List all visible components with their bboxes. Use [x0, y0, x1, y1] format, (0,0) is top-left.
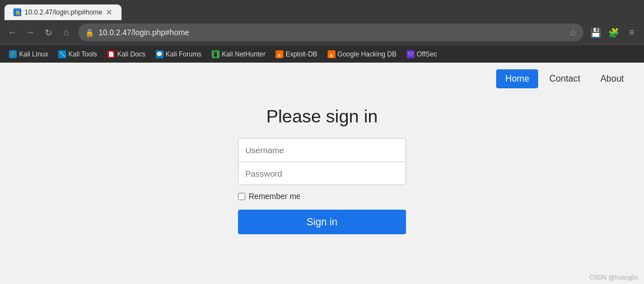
bookmark-label-exploit-db: Exploit-DB	[286, 50, 318, 58]
browser-tab[interactable]: 🔒 10.0.2.47/login.php#home ✕	[4, 4, 122, 20]
login-title: Please sign in	[266, 106, 377, 127]
tab-title: 10.0.2.47/login.php#home	[25, 8, 102, 16]
save-to-pocket-button[interactable]: 💾	[588, 25, 604, 40]
nav-contact-button[interactable]: Contact	[540, 69, 589, 88]
bookmark-favicon-kali-forums: 💬	[156, 50, 164, 58]
bookmark-exploit-db[interactable]: 🔥 Exploit-DB	[271, 48, 322, 60]
bookmark-favicon-kali-nethunter: 📱	[212, 50, 220, 58]
bookmark-kali-forums[interactable]: 💬 Kali Forums	[151, 48, 206, 60]
bookmark-kali-tools[interactable]: 🔧 Kali Tools	[54, 48, 101, 60]
tab-favicon: 🔒	[13, 8, 21, 16]
login-area: Please sign in Remember me Sign in	[0, 106, 644, 234]
bookmark-label-kali-nethunter: Kali NetHunter	[222, 50, 265, 58]
remember-me-row: Remember me	[238, 192, 406, 201]
bookmark-offsec[interactable]: 🛡 OffSec	[402, 48, 441, 60]
bookmark-kali-linux[interactable]: 🐉 Kali Linux	[4, 48, 53, 60]
password-input[interactable]	[238, 162, 406, 185]
nav-home-button[interactable]: Home	[496, 69, 538, 88]
watermark: CSDN @huang0c	[589, 274, 638, 281]
bookmark-favicon-google-hacking-db: 🔥	[328, 50, 335, 58]
bookmark-favicon-kali-docs: 📄	[107, 50, 115, 58]
bookmark-label-google-hacking-db: Google Hacking DB	[338, 50, 396, 58]
bookmark-label-offsec: OffSec	[417, 50, 437, 58]
bookmarks-bar: 🐉 Kali Linux 🔧 Kali Tools 📄 Kali Docs 💬 …	[0, 45, 644, 63]
bookmark-google-hacking-db[interactable]: 🔥 Google Hacking DB	[323, 48, 401, 60]
bookmark-label-kali-forums: Kali Forums	[166, 50, 202, 58]
bookmark-favicon-kali-linux: 🐉	[9, 50, 17, 58]
reload-button[interactable]: ↻	[40, 25, 56, 40]
remember-me-label: Remember me	[249, 192, 301, 201]
browser-chrome: 🔒 10.0.2.47/login.php#home ✕ ← → ↻ ⌂ 🔒 1…	[0, 0, 644, 63]
bookmark-favicon-kali-tools: 🔧	[58, 50, 66, 58]
bookmark-favicon-exploit-db: 🔥	[276, 50, 283, 58]
home-button[interactable]: ⌂	[58, 25, 74, 40]
bookmark-favicon-offsec: 🛡	[407, 50, 414, 58]
nav-about-button[interactable]: About	[591, 69, 633, 88]
nav-bar: ← → ↻ ⌂ 🔒 10.0.2.47/login.php#home ☆ 💾 🧩…	[0, 20, 644, 45]
bookmark-kali-docs[interactable]: 📄 Kali Docs	[102, 48, 150, 60]
remember-me-checkbox[interactable]	[238, 193, 245, 200]
tab-bar: 🔒 10.0.2.47/login.php#home ✕	[0, 0, 644, 20]
address-bar[interactable]: 🔒 10.0.2.47/login.php#home ☆	[78, 23, 584, 41]
bookmark-label-kali-docs: Kali Docs	[117, 50, 146, 58]
address-text: 10.0.2.47/login.php#home	[99, 28, 564, 37]
menu-button[interactable]: ≡	[624, 25, 640, 40]
nav-extras: 💾 🧩 ≡	[588, 25, 640, 40]
username-input[interactable]	[238, 138, 406, 162]
bookmark-star-icon[interactable]: ☆	[569, 27, 577, 38]
lock-icon: 🔒	[85, 29, 94, 37]
bookmark-label-kali-linux: Kali Linux	[19, 50, 48, 58]
sign-in-button[interactable]: Sign in	[238, 210, 406, 234]
bookmark-kali-nethunter[interactable]: 📱 Kali NetHunter	[207, 48, 270, 60]
forward-button[interactable]: →	[22, 25, 38, 40]
tab-close-button[interactable]: ✕	[106, 8, 113, 17]
extensions-button[interactable]: 🧩	[606, 25, 622, 40]
page-content: Home Contact About Please sign in Rememb…	[0, 63, 644, 284]
page-navbar: Home Contact About	[0, 63, 644, 95]
bookmark-label-kali-tools: Kali Tools	[68, 50, 97, 58]
back-button[interactable]: ←	[4, 25, 20, 40]
login-form: Remember me Sign in	[238, 138, 406, 234]
